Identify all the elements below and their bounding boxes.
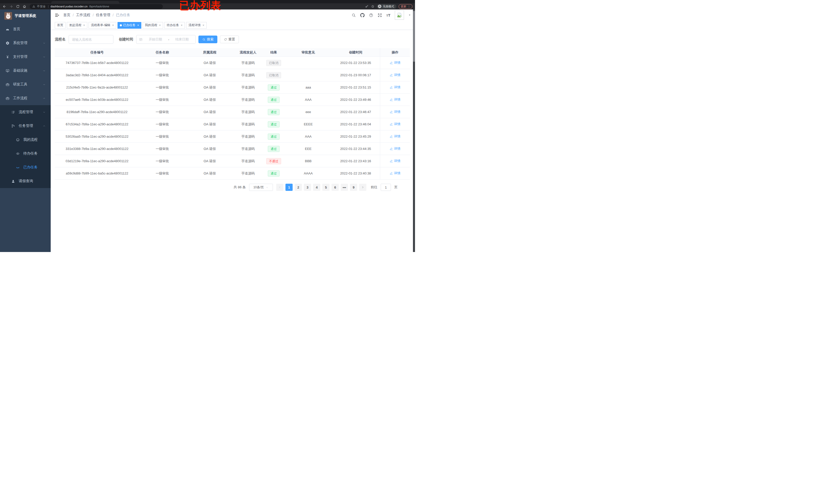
- update-button[interactable]: 更新: [398, 4, 412, 9]
- tab-home[interactable]: 首页: [55, 22, 66, 29]
- password-key-icon[interactable]: [365, 5, 369, 8]
- breadcrumb-item[interactable]: 首页: [63, 13, 70, 18]
- close-icon[interactable]: ×: [181, 24, 183, 27]
- more-pages-button[interactable]: •••: [341, 184, 348, 191]
- tab-process-detail[interactable]: 流程详情×: [186, 22, 206, 29]
- table-row: 53026aa5-7b9a-11ec-a290-acde48001122一级审批…: [55, 131, 410, 143]
- page-button-9[interactable]: 9: [350, 184, 357, 191]
- avatar-caret-down-icon[interactable]: [408, 14, 411, 16]
- page-size-select[interactable]: 10条/页: [249, 184, 273, 191]
- sidebar-item-dev-tools[interactable]: 研发工具: [0, 77, 51, 91]
- incognito-badge: 无痕模式: [377, 4, 396, 9]
- search-icon[interactable]: [352, 13, 356, 18]
- page-button-1[interactable]: 1: [285, 184, 293, 191]
- face-icon: [16, 138, 20, 142]
- detail-button[interactable]: 详情: [390, 110, 401, 114]
- detail-button[interactable]: 详情: [390, 98, 401, 102]
- sidebar-collapse-icon[interactable]: [55, 13, 59, 18]
- result-badge: 通过: [268, 97, 280, 103]
- sidebar-item-todo-tasks[interactable]: 待办任务: [0, 146, 51, 160]
- close-icon[interactable]: ×: [83, 24, 85, 27]
- reload-icon[interactable]: [16, 5, 20, 8]
- breadcrumb-item[interactable]: 任务管理: [96, 13, 110, 18]
- sidebar-item-home[interactable]: 首页: [0, 22, 51, 36]
- end-date-placeholder[interactable]: 结束日期: [171, 37, 193, 42]
- detail-button[interactable]: 详情: [390, 61, 401, 65]
- detail-button[interactable]: 详情: [390, 73, 401, 77]
- refresh-icon: [224, 38, 227, 41]
- prev-page-button[interactable]: [276, 184, 283, 191]
- tab-done-tasks[interactable]: 已办任务×: [118, 22, 141, 29]
- page-button-2[interactable]: 2: [295, 184, 302, 191]
- close-icon[interactable]: ×: [112, 24, 114, 27]
- chevron-down-icon: [43, 83, 45, 86]
- sidebar-item-leave-query[interactable]: 请假查询: [0, 174, 51, 188]
- date-range-picker[interactable]: 开始日期 - 结束日期: [136, 35, 196, 44]
- sidebar-item-system[interactable]: 系统管理: [0, 36, 51, 50]
- sidebar-item-infrastructure[interactable]: 基础设施: [0, 64, 51, 77]
- tab-form-edit[interactable]: 流程表单-编辑×: [89, 22, 116, 29]
- process-name-input[interactable]: [69, 35, 114, 44]
- sidebar-item-label: 系统管理: [13, 41, 27, 45]
- eye-open-icon: [16, 152, 20, 156]
- detail-button[interactable]: 详情: [390, 159, 401, 163]
- sidebar-item-done-tasks[interactable]: 已办任务: [0, 160, 51, 174]
- sidebar-item-process-mgmt[interactable]: 流程管理: [0, 105, 51, 119]
- gauge-icon: [6, 27, 9, 31]
- toolbox-icon: [6, 82, 9, 87]
- main-area: 首页/工作流程/任务管理/已办任务 TT 首页发起流程×流程表单-编辑×已办任务…: [51, 9, 415, 252]
- logo-row[interactable]: 芋道管理系统: [0, 9, 51, 22]
- scrollbar-track[interactable]: [413, 9, 415, 252]
- detail-button[interactable]: 详情: [390, 146, 401, 151]
- tab-my-process[interactable]: 我的流程×: [142, 22, 163, 29]
- edit-icon: [390, 73, 393, 77]
- fullscreen-icon[interactable]: [378, 13, 382, 18]
- cell-task-id: 8196daff-7b9a-11ec-a290-acde48001122: [55, 106, 139, 118]
- cell-process: OA 请假: [185, 94, 234, 106]
- detail-button[interactable]: 详情: [390, 171, 401, 175]
- browser-menu-icon[interactable]: [408, 5, 410, 8]
- page-button-4[interactable]: 4: [313, 184, 320, 191]
- start-date-placeholder[interactable]: 开始日期: [145, 37, 166, 42]
- address-bar[interactable]: 不安全 dashboard.yudao.iocoder.cn/bpm/task/…: [30, 4, 163, 9]
- result-badge: 不通过: [266, 158, 281, 164]
- close-icon[interactable]: ×: [137, 24, 139, 27]
- tab-start-process[interactable]: 发起流程×: [67, 22, 87, 29]
- browser-tab[interactable]: [51, 1, 119, 3]
- page-button-3[interactable]: 3: [304, 184, 311, 191]
- forward-icon[interactable]: [9, 5, 13, 8]
- sidebar-item-workflow[interactable]: 工作流程: [0, 91, 51, 105]
- not-secure-icon: [32, 5, 35, 8]
- detail-button[interactable]: 详情: [390, 134, 401, 139]
- page-button-6[interactable]: 6: [331, 184, 339, 191]
- close-icon[interactable]: ×: [202, 24, 204, 27]
- sidebar-item-my-process[interactable]: 我的流程: [0, 133, 51, 146]
- detail-label: 详情: [394, 122, 401, 126]
- next-page-button[interactable]: [359, 184, 366, 191]
- sidebar-item-payment[interactable]: 支付管理: [0, 50, 51, 64]
- detail-button[interactable]: 详情: [390, 122, 401, 126]
- avatar[interactable]: [395, 10, 404, 20]
- help-icon[interactable]: [369, 13, 373, 18]
- close-icon[interactable]: ×: [159, 24, 161, 27]
- back-icon[interactable]: [3, 5, 6, 8]
- tab-todo-tasks[interactable]: 待办任务×: [164, 22, 185, 29]
- breadcrumb-item[interactable]: 工作流程: [76, 13, 90, 18]
- github-icon[interactable]: [360, 13, 364, 18]
- reset-button[interactable]: 重置: [220, 36, 239, 43]
- chevron-down-icon: [43, 56, 45, 58]
- edit-icon: [390, 159, 393, 163]
- home-icon[interactable]: [23, 5, 26, 8]
- bookmark-star-icon[interactable]: [371, 5, 375, 8]
- search-button[interactable]: 搜索: [198, 36, 217, 43]
- detail-button[interactable]: 详情: [390, 85, 401, 90]
- detail-label: 详情: [394, 85, 401, 90]
- sidebar-item-task-mgmt[interactable]: 任务管理: [0, 119, 51, 133]
- cell-created-time: 2022-01-22 23:46:47: [331, 106, 380, 118]
- goto-page-input[interactable]: [381, 184, 391, 191]
- scrollbar-thumb[interactable]: [413, 11, 415, 62]
- cell-task-name: 一级审批: [139, 143, 185, 155]
- page-button-5[interactable]: 5: [322, 184, 329, 191]
- cell-created-time: 2022-01-22 23:45:29: [331, 131, 380, 142]
- font-size-icon[interactable]: TT: [386, 13, 390, 17]
